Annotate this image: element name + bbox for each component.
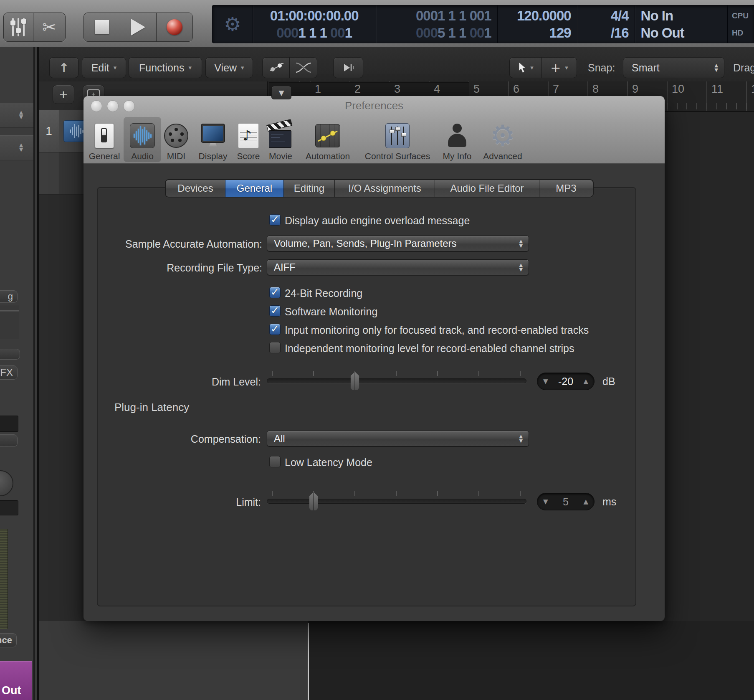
add-track-button[interactable]: + — [53, 85, 74, 104]
crossfade-button[interactable] — [290, 57, 317, 78]
output-channel-strip[interactable]: Out — [0, 661, 32, 700]
midi-din-icon — [164, 124, 188, 148]
play-icon — [131, 19, 145, 36]
compensation-label: Compensation: — [102, 433, 261, 445]
arrange-lower-area — [309, 621, 754, 700]
compensation-dropdown[interactable]: All ▲▼ — [267, 431, 529, 446]
24bit-recording-checkbox[interactable]: ✓ — [269, 287, 281, 298]
lcd-tempo-cell[interactable]: 120.0000 129 — [498, 5, 577, 43]
automation-view-button[interactable] — [262, 57, 290, 78]
prefs-icon-advanced[interactable]: ⚙ Advanced — [480, 118, 526, 161]
pan-knob[interactable] — [0, 470, 13, 496]
decrement-arrow-icon[interactable]: ▼ — [543, 498, 548, 505]
midi-fx-button-partial[interactable]: FX — [0, 365, 18, 380]
recording-file-type-dropdown[interactable]: AIFF ▲▼ — [267, 259, 529, 275]
gear-icon: ⚙ — [224, 8, 241, 41]
stop-icon — [95, 20, 109, 34]
low-latency-checkbox[interactable] — [269, 456, 281, 467]
catch-playhead-button[interactable]: ↑ — [49, 57, 78, 78]
prefs-icon-display[interactable]: Display — [195, 118, 231, 161]
dim-level-stepper[interactable]: ▼ -20 ▲ — [537, 373, 595, 390]
increment-arrow-icon[interactable]: ▲ — [583, 378, 588, 385]
switch-icon — [95, 123, 114, 148]
scissors-icon: ✂ — [42, 18, 56, 37]
edit-menu[interactable]: Edit▾ — [82, 57, 126, 78]
play-button[interactable] — [120, 13, 157, 41]
channel-strip-button[interactable] — [0, 349, 20, 360]
functions-menu[interactable]: Functions▾ — [129, 57, 202, 78]
track-disclosure-button[interactable]: ▼ — [271, 86, 291, 99]
left-click-tool-button[interactable]: ▾ — [509, 57, 542, 78]
inspector-row[interactable]: ▲▼ — [0, 135, 33, 160]
lcd-smpte-cell[interactable]: 01:00:00:00.00 0001 1 1 001 — [253, 5, 376, 43]
increment-arrow-icon[interactable]: ▲ — [583, 498, 588, 505]
prefs-icon-my-info[interactable]: My Info — [438, 118, 476, 161]
tab-audio-file-editor[interactable]: Audio File Editor — [435, 180, 539, 197]
prefs-icon-general[interactable]: General — [86, 118, 123, 161]
ruler-number: 12 — [751, 83, 754, 96]
lcd-bars-cell[interactable]: 0001 1 1 001 0005 1 1 001 — [376, 5, 498, 43]
music-note-icon: ♪ — [238, 123, 259, 148]
limit-stepper[interactable]: ▼ 5 ▲ — [537, 493, 595, 510]
dim-level-slider[interactable] — [267, 378, 526, 383]
output-slot[interactable] — [0, 500, 18, 515]
record-button[interactable] — [157, 13, 192, 41]
level-meter — [0, 529, 8, 629]
lcd-io-cell[interactable]: No In No Out — [635, 5, 728, 43]
preferences-dialog: Preferences General Audio MIDI Dis — [83, 96, 665, 621]
chevron-down-icon: ▾ — [114, 64, 117, 71]
tab-general[interactable]: General — [225, 180, 284, 197]
channel-strip-slot[interactable] — [0, 305, 19, 311]
bounce-button-partial[interactable]: nce — [0, 633, 17, 647]
view-menu[interactable]: View▾ — [205, 57, 253, 78]
prefs-icon-score[interactable]: ♪ Score — [232, 118, 265, 161]
inspector-row[interactable]: ▲▼ — [0, 103, 33, 128]
chevron-down-icon: ▾ — [188, 64, 192, 71]
prefs-icon-movie[interactable]: Movie — [264, 118, 297, 161]
decrement-arrow-icon[interactable]: ▼ — [543, 378, 548, 385]
ruler-number: 2 — [354, 83, 361, 96]
stop-button[interactable] — [84, 13, 120, 41]
plugin-latency-section-label: Plug-in Latency — [114, 401, 189, 414]
stepper-arrows-icon: ▲▼ — [19, 110, 23, 119]
inspector-divider[interactable] — [33, 47, 39, 700]
command-click-tool-button[interactable]: + ▾ — [542, 57, 577, 78]
overload-message-checkbox[interactable]: ✓ — [269, 214, 281, 226]
snap-dropdown[interactable]: Smart ▲▼ — [623, 57, 724, 78]
plugin-slot[interactable] — [0, 416, 18, 432]
lcd-display[interactable]: ⚙ 01:00:00:00.00 0001 1 1 001 0001 1 1 0… — [212, 5, 754, 43]
bars-position-top: 0001 1 1 001 — [382, 8, 491, 24]
tab-devices[interactable]: Devices — [166, 180, 225, 197]
tab-editing[interactable]: Editing — [284, 180, 335, 197]
sample-accurate-dropdown[interactable]: Volume, Pan, Sends, Plug-In Parameters ▲… — [267, 236, 529, 251]
stepper-arrows-icon: ▲▼ — [19, 143, 23, 152]
channel-strip-button[interactable] — [0, 434, 18, 447]
input-monitoring-checkbox[interactable]: ✓ — [269, 324, 281, 335]
lcd-settings-cell[interactable]: ⚙ — [213, 5, 253, 43]
transport-controls — [83, 13, 193, 42]
midi-out-status: No Out — [641, 25, 721, 41]
prefs-icon-automation[interactable]: Automation — [304, 118, 352, 161]
channel-strip-box[interactable] — [0, 312, 19, 339]
prefs-icon-midi[interactable]: MIDI — [159, 118, 193, 161]
limit-slider[interactable] — [267, 499, 526, 504]
limit-label: Limit: — [102, 496, 261, 508]
tab-mp3[interactable]: MP3 — [539, 180, 593, 197]
software-monitoring-checkbox[interactable]: ✓ — [269, 305, 281, 317]
audio-editor-button[interactable]: ✂ — [33, 13, 65, 41]
marquee-tool-button[interactable] — [333, 57, 363, 78]
independent-monitoring-checkbox[interactable] — [269, 342, 281, 353]
track-header-lower-area — [39, 621, 308, 700]
independent-monitoring-label: Independent monitoring level for record-… — [285, 342, 574, 355]
sample-accurate-label: Sample Accurate Automation: — [104, 238, 262, 250]
lcd-signature-cell[interactable]: 4/4 /16 — [577, 5, 635, 43]
24bit-recording-label: 24-Bit Recording — [285, 287, 362, 299]
dialog-titlebar[interactable]: Preferences General Audio MIDI Dis — [83, 96, 665, 164]
tab-io-assignments[interactable]: I/O Assignments — [335, 180, 435, 197]
prefs-icon-control-surfaces[interactable]: Control Surfaces — [360, 118, 435, 161]
prefs-icon-audio[interactable]: Audio — [124, 118, 161, 161]
ruler-number: 10 — [672, 83, 684, 96]
mixer-button[interactable] — [4, 13, 33, 41]
setting-button-partial[interactable]: g — [0, 290, 18, 303]
up-arrow-icon: ↑ — [58, 61, 69, 75]
